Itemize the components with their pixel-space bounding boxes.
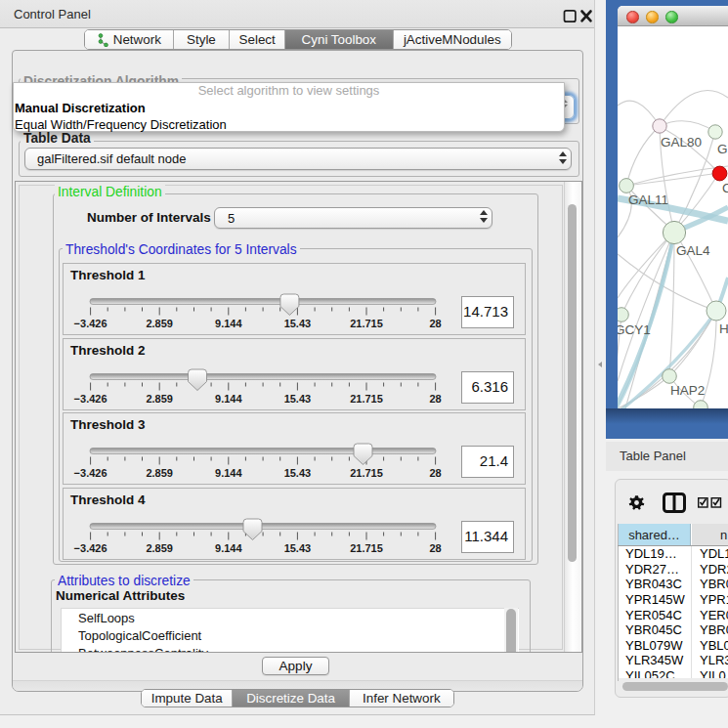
svg-text:−3.426: −3.426 [74, 393, 107, 405]
svg-text:GAL4: GAL4 [676, 243, 710, 258]
svg-text:21.715: 21.715 [350, 467, 383, 479]
svg-text:GAL11: GAL11 [628, 193, 668, 207]
svg-text:28: 28 [429, 318, 441, 329]
svg-text:28: 28 [429, 393, 441, 405]
svg-text:21.715: 21.715 [350, 393, 383, 405]
svg-text:15.43: 15.43 [284, 393, 312, 405]
svg-text:C: C [722, 181, 728, 195]
svg-text:9.144: 9.144 [215, 542, 242, 554]
svg-text:28: 28 [429, 467, 441, 479]
svg-text:HAP2: HAP2 [670, 383, 705, 398]
svg-text:21.715: 21.715 [350, 542, 383, 554]
svg-text:−3.426: −3.426 [74, 318, 107, 329]
svg-text:9.144: 9.144 [215, 393, 242, 405]
svg-text:15.43: 15.43 [284, 542, 312, 554]
svg-text:15.43: 15.43 [284, 467, 312, 479]
svg-text:2.859: 2.859 [146, 467, 173, 479]
svg-text:9.144: 9.144 [215, 318, 242, 329]
svg-text:15.43: 15.43 [284, 318, 312, 329]
svg-text:2.859: 2.859 [146, 542, 173, 554]
svg-text:28: 28 [429, 542, 441, 554]
svg-text:GCY1: GCY1 [618, 322, 651, 337]
svg-text:−3.426: −3.426 [74, 467, 107, 479]
svg-text:−3.426: −3.426 [74, 542, 107, 554]
svg-text:21.715: 21.715 [350, 318, 383, 329]
svg-text:H: H [719, 321, 728, 336]
svg-text:9.144: 9.144 [215, 467, 242, 479]
svg-text:2.859: 2.859 [146, 393, 173, 405]
svg-text:GAL80: GAL80 [661, 135, 702, 150]
svg-text:G: G [717, 142, 728, 156]
svg-text:2.859: 2.859 [146, 318, 173, 329]
